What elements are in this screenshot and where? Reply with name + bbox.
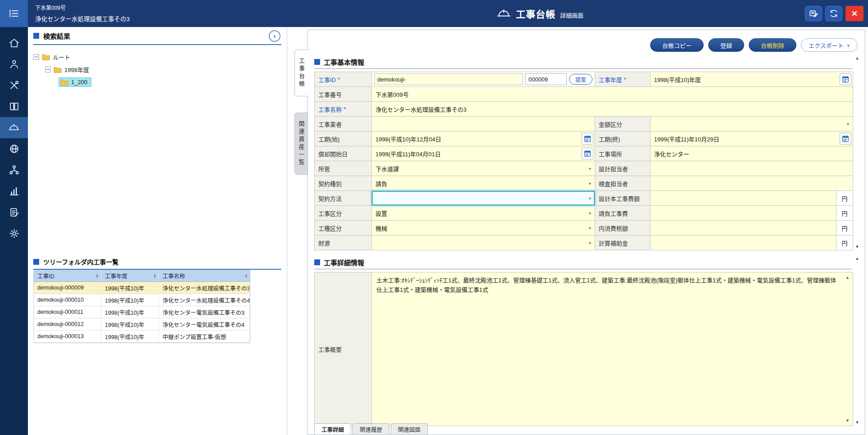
nav-settings-button[interactable]: [0, 223, 28, 244]
tree-node-year[interactable]: 1998年度: [33, 63, 281, 76]
memo-icon: [809, 9, 818, 18]
koki-start-field[interactable]: 1998(平成10)年12月04日: [372, 131, 595, 146]
collapse-box-icon[interactable]: [45, 67, 51, 72]
ukeoi-hi-field[interactable]: [651, 206, 836, 220]
scroll-up-icon[interactable]: ▲: [845, 274, 850, 281]
koki-end-field[interactable]: 1999(平成11)年10月29日: [651, 131, 853, 146]
menu-button[interactable]: [0, 0, 28, 27]
basho-field[interactable]: 浄化センター: [651, 146, 853, 161]
detail-info-block: 工事詳細情報 工事概要 土木工事:ｵｷｼﾃﾞｰｼｮﾝﾃﾞｨｯﾁ工1式、最終沈殿池…: [314, 255, 861, 426]
scroll-down-icon[interactable]: ▼: [855, 245, 859, 249]
gyosha-field[interactable]: [372, 117, 595, 131]
field-label-ukeoi-hi: 請負工事費: [595, 206, 650, 220]
nendo-field[interactable]: 1998(平成10)年度: [651, 72, 853, 86]
koji-id-number-input[interactable]: 000009: [525, 73, 567, 85]
bango-field[interactable]: 下水第009号: [372, 87, 853, 101]
table-row[interactable]: demokouji-000012 1998(平成10)年 浄化センター電気設備工…: [34, 318, 250, 331]
page-subtitle: 詳細画面: [560, 11, 583, 19]
nav-user-button[interactable]: [0, 54, 28, 75]
close-button[interactable]: ✕: [845, 6, 863, 21]
zaigen-select[interactable]: ▾: [372, 236, 595, 250]
kensa-tanto-field[interactable]: [651, 176, 853, 190]
col-header-nendo[interactable]: 工事年度 ▲▼: [101, 270, 159, 282]
basic-info-title: 工事基本情報: [324, 57, 364, 67]
shokyaku-field[interactable]: 1999(平成11)年04月01日: [372, 146, 595, 161]
scroll-down-icon[interactable]: ▼: [845, 417, 850, 424]
suggest-button[interactable]: 提案: [569, 74, 592, 85]
nav-org-button[interactable]: [0, 159, 28, 181]
tree-node-label: ルート: [53, 53, 70, 61]
sort-icon: ▲▼: [245, 273, 248, 278]
koji-kubun-select[interactable]: 設置 ▾: [372, 206, 595, 220]
tab-kanren-shisan[interactable]: 関連資産一覧: [294, 113, 308, 175]
header-work-number: 下水第009号: [35, 4, 130, 11]
nav-tools-button[interactable]: [0, 75, 28, 96]
section-bullet: [33, 33, 39, 39]
koji-id-input[interactable]: demokouji-: [374, 73, 523, 85]
table-row[interactable]: demokouji-000010 1998(平成10)年 浄化センター水処理設備…: [34, 294, 250, 306]
collapse-panel-button[interactable]: ‹: [269, 30, 280, 42]
kingaku-select[interactable]: ▾: [651, 117, 853, 131]
ledger-delete-button[interactable]: 台帳削除: [749, 38, 796, 52]
tab-kanren-zumen[interactable]: 関連図面: [391, 423, 428, 435]
tree-node-root[interactable]: ルート: [33, 50, 281, 63]
field-label-koki-start: 工期(始): [315, 131, 371, 146]
sekkei-tanto-field[interactable]: [651, 161, 853, 176]
close-icon: ✕: [851, 9, 858, 18]
tree-selection-highlight[interactable]: 1_200: [59, 77, 91, 87]
shohizei-field[interactable]: [651, 221, 836, 235]
nav-construction-button[interactable]: [0, 117, 28, 138]
nav-home-button[interactable]: [0, 32, 28, 54]
folder-icon: [60, 79, 68, 86]
nav-book-button[interactable]: [0, 96, 28, 117]
keiyaku-hoho-select[interactable]: ▾: [372, 191, 595, 205]
tab-kanren-rireki[interactable]: 関連履歴: [353, 423, 389, 435]
tab-koji-shosai[interactable]: 工事詳細: [314, 423, 351, 435]
meisho-field[interactable]: 浄化センター水処理設備工事その3: [372, 102, 853, 116]
ledger-copy-button[interactable]: 台帳コピー: [650, 38, 704, 52]
koshu-kubun-select[interactable]: 機械 ▾: [372, 221, 595, 235]
hojokin-field[interactable]: [651, 236, 836, 250]
globe-icon: [9, 143, 20, 154]
shokan-select[interactable]: 下水道課 ▾: [372, 161, 595, 176]
calendar-icon[interactable]: [582, 148, 593, 159]
nav-chart-button[interactable]: [0, 181, 28, 202]
hamburger-icon: [8, 8, 20, 19]
col-header-meisho[interactable]: 工事名称 ▲▼: [159, 270, 250, 282]
register-button[interactable]: 登録: [708, 38, 744, 52]
nav-globe-button[interactable]: [0, 138, 28, 159]
form-scrollbar[interactable]: ▲ ▼: [853, 54, 861, 250]
calendar-icon[interactable]: [582, 133, 593, 145]
detail-scrollbar[interactable]: ▲ ▼: [853, 255, 861, 426]
gear-icon: [9, 228, 20, 239]
scroll-down-icon[interactable]: ▼: [855, 420, 859, 425]
header-context: 下水第009号 浄化センター水処理設備工事その3: [35, 4, 130, 23]
scroll-up-icon[interactable]: ▲: [855, 256, 859, 261]
collapse-box-icon[interactable]: [33, 54, 39, 60]
dropdown-caret-icon: ▾: [589, 181, 591, 186]
table-row[interactable]: demokouji-000009 1998(平成10)年 浄化センター水処理設備…: [34, 282, 250, 294]
table-row[interactable]: demokouji-000011 1998(平成10)年 浄化センター電気設備工…: [34, 306, 250, 318]
search-results-panel: 検索結果 ‹ ルート 1998年度 1_200: [28, 27, 287, 435]
field-label-gyosha: 工事業者: [315, 117, 371, 131]
bottom-tabs: 工事詳細 関連履歴 関連図面: [314, 423, 428, 435]
calendar-icon[interactable]: [840, 73, 851, 85]
folder-tree: ルート 1998年度 1_200: [33, 50, 281, 88]
field-label-koji-kubun: 工事区分: [315, 206, 371, 220]
sekkei-hi-field[interactable]: [651, 191, 836, 205]
table-row[interactable]: demokouji-000013 1998(平成10)年 中継ポンプ設置工事-仮…: [34, 331, 250, 343]
tree-node-folder-selected[interactable]: 1_200: [33, 76, 281, 88]
calendar-icon[interactable]: [840, 133, 851, 145]
export-button[interactable]: エクスポート ∨: [801, 38, 858, 52]
field-label-keiyaku-hoho: 契約方法: [315, 191, 371, 205]
org-chart-icon: [9, 164, 20, 176]
scroll-up-icon[interactable]: ▲: [855, 56, 859, 60]
field-label-gaiyo: 工事概要: [315, 272, 371, 426]
memo-button[interactable]: [805, 6, 822, 21]
col-header-koji-id[interactable]: 工事ID ▲▼: [34, 270, 101, 282]
nav-clipboard-button[interactable]: [0, 202, 28, 223]
gaiyo-textarea[interactable]: 土木工事:ｵｷｼﾃﾞｰｼｮﾝﾃﾞｨｯﾁ工1式、最終沈殿池工1式、管理棟基礎工1式…: [372, 272, 853, 426]
tab-koji-daicho[interactable]: 工事台帳: [294, 50, 308, 96]
keiyaku-shu-select[interactable]: 請負 ▾: [372, 176, 595, 190]
refresh-button[interactable]: [825, 6, 842, 21]
